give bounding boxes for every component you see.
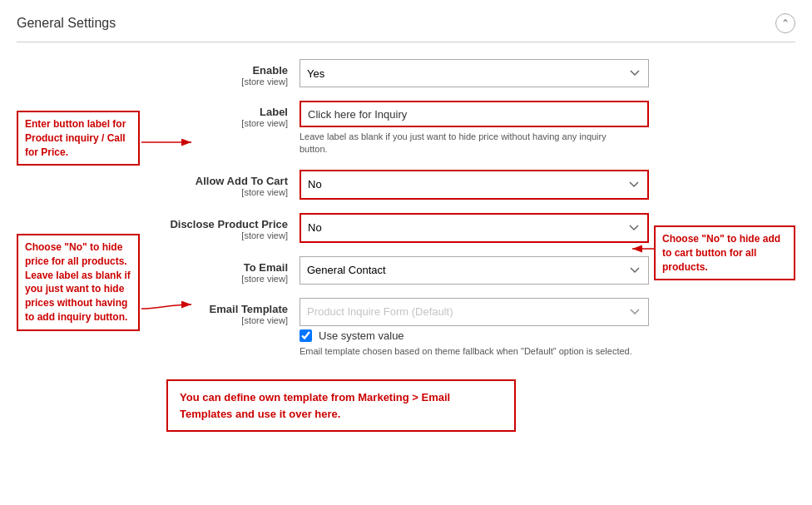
allow-add-to-cart-row: Allow Add To Cart [store view] No Yes	[150, 170, 795, 200]
page-title: General Settings	[17, 16, 116, 31]
enable-select[interactable]: Yes No	[300, 60, 648, 87]
cart-callout: Choose "No" to hide add to cart button f…	[654, 225, 795, 280]
disclose-sublabel: [store view]	[150, 230, 288, 240]
email-template-select[interactable]: Product Inquire Form (Default)	[300, 299, 648, 325]
template-callout: You can define own template from Marketi…	[166, 379, 516, 432]
disclose-control: No Yes	[300, 213, 649, 243]
email-template-row: Email Template [store view] Product Inqu…	[150, 298, 795, 358]
email-template-note: Email template chosen based on theme fal…	[300, 345, 632, 358]
to-email-label: To Email	[150, 261, 288, 274]
label-label-col: Label [store view]	[150, 101, 300, 128]
email-template-select-wrapper: Product Inquire Form (Default)	[300, 298, 649, 326]
collapse-icon: ⌃	[781, 17, 790, 29]
email-template-control: Product Inquire Form (Default) Use syste…	[300, 298, 649, 358]
system-value-label: Use system value	[319, 329, 404, 342]
enable-row: Enable [store view] Yes No	[150, 59, 795, 87]
collapse-button[interactable]: ⌃	[775, 13, 795, 33]
label-row: Label [store view] Leave label as blank …	[150, 101, 795, 156]
label-label: Label	[150, 106, 288, 118]
to-email-control: General Contact	[300, 256, 649, 285]
system-value-checkbox[interactable]	[300, 329, 312, 342]
system-value-row: Use system value	[300, 329, 649, 342]
email-template-label: Email Template	[150, 303, 288, 315]
disclose-label-col: Disclose Product Price [store view]	[150, 213, 300, 240]
label-sublabel: [store view]	[150, 118, 288, 128]
enable-select-wrapper: Yes No	[300, 59, 649, 87]
to-email-select[interactable]: General Contact	[300, 257, 648, 284]
allow-add-select[interactable]: No Yes	[301, 171, 647, 198]
enable-control: Yes No	[300, 59, 649, 87]
label-control: Leave label as blank if you just want to…	[300, 101, 649, 156]
enable-label-col: Enable [store view]	[150, 59, 300, 87]
to-email-label-col: To Email [store view]	[150, 256, 300, 284]
allow-add-label-col: Allow Add To Cart [store view]	[150, 170, 300, 197]
label-note: Leave label as blank if you just want to…	[300, 131, 632, 156]
enable-sublabel: [store view]	[150, 77, 288, 87]
to-email-sublabel: [store view]	[150, 274, 288, 284]
to-email-select-wrapper: General Contact	[300, 256, 649, 285]
allow-add-select-wrapper: No Yes	[300, 170, 649, 200]
email-template-label-col: Email Template [store view]	[150, 298, 300, 325]
enable-label: Enable	[150, 64, 288, 77]
disclose-callout: Choose "No" to hide price for all produc…	[17, 234, 140, 331]
disclose-select[interactable]: No Yes	[301, 215, 647, 241]
label-input[interactable]	[300, 101, 649, 127]
general-settings-page: General Settings ⌃ Enter button label fo…	[0, 0, 812, 505]
allow-add-control: No Yes	[300, 170, 649, 200]
disclose-label: Disclose Product Price	[150, 218, 288, 230]
email-template-sublabel: [store view]	[150, 315, 288, 325]
allow-add-sublabel: [store view]	[150, 187, 288, 197]
label-callout: Enter button label for Product inquiry /…	[17, 111, 140, 166]
allow-add-label: Allow Add To Cart	[150, 175, 288, 187]
disclose-select-wrapper: No Yes	[300, 213, 649, 243]
section-header: General Settings ⌃	[17, 13, 795, 42]
